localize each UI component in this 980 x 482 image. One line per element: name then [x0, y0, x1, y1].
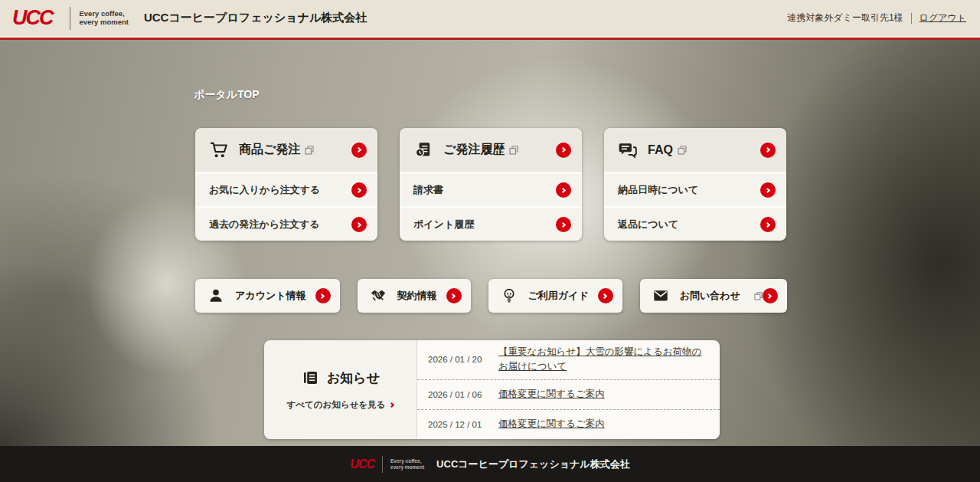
news-title: お知らせ: [327, 369, 380, 387]
ucc-logo: UCC: [12, 8, 60, 28]
account-area: 連携対象外ダミー取引先1様 ログアウト: [787, 11, 966, 25]
view-all-news-link[interactable]: すべてのお知らせを見る: [287, 399, 394, 411]
news-icon: [301, 369, 319, 387]
order-history-icon: [413, 140, 433, 160]
card-row-delivery-datetime[interactable]: 納品日時について: [604, 172, 786, 206]
card-row-order-from-favorites[interactable]: お気に入りから注文する: [195, 172, 377, 206]
top-header: UCC Every coffee, every moment UCCコーヒープロ…: [0, 0, 980, 36]
external-link-icon: [305, 146, 314, 155]
chevron-right-icon: [763, 288, 778, 303]
chevron-right-icon: [556, 217, 571, 232]
brand-tagline: Every coffee, every moment: [80, 10, 129, 27]
card-order-history: ご発注履歴 請求書 ポイント履歴: [400, 128, 582, 241]
cart-icon: [209, 140, 229, 160]
chevron-right-icon: [351, 182, 367, 198]
footer: UCC Every coffee, every moment UCCコーヒープロ…: [0, 446, 980, 482]
card-row-order-from-past[interactable]: 過去の発注から注文する: [195, 206, 377, 241]
contact-icon: [652, 287, 669, 304]
card-row-point-history[interactable]: ポイント履歴: [400, 206, 582, 241]
news-link[interactable]: 【重要なお知らせ】大雪の影響によるお荷物のお届けについて: [498, 345, 709, 375]
user-guide-button[interactable]: ご利用ガイド: [488, 279, 622, 313]
external-link-icon: [754, 292, 763, 300]
site-title: UCCコーヒープロフェッショナル株式会社: [144, 11, 367, 25]
brand-block: UCC Every coffee, every moment UCCコーヒープロ…: [12, 7, 367, 30]
chevron-right-icon: [351, 143, 367, 158]
chevron-right-icon: [351, 217, 367, 232]
news-list: 2026 / 01 / 20 【重要なお知らせ】大雪の影響によるお荷物のお届けに…: [417, 340, 720, 439]
card-head-order-history[interactable]: ご発注履歴: [400, 128, 582, 172]
news-item: 2026 / 01 / 20 【重要なお知らせ】大雪の影響によるお荷物のお届けに…: [417, 340, 720, 379]
account-icon: [207, 287, 224, 304]
news-date: 2025 / 12 / 01: [428, 420, 498, 429]
hero-photo: ポータルTOP 商品ご発注 お気に入りから注文する 過去の: [0, 40, 980, 446]
chevron-right-icon: [760, 143, 776, 158]
account-info-button[interactable]: アカウント情報: [195, 279, 340, 313]
chevron-right-icon: [446, 288, 462, 303]
card-head-product-order[interactable]: 商品ご発注: [195, 128, 377, 172]
chevron-right-icon: [389, 402, 394, 408]
news-link[interactable]: 価格変更に関するご案内: [498, 417, 605, 431]
main-card-grid: 商品ご発注 お気に入りから注文する 過去の発注から注文する: [195, 128, 786, 241]
footer-tagline: Every coffee, every moment: [390, 458, 424, 471]
external-link-icon: [678, 146, 687, 155]
faq-icon: [618, 140, 638, 160]
account-divider: [911, 13, 912, 24]
news-date: 2026 / 01 / 20: [428, 355, 498, 364]
card-faq: FAQ 納品日時について 返品について: [604, 128, 786, 241]
card-row-returns[interactable]: 返品について: [604, 206, 786, 241]
quick-link-row: アカウント情報 契約情報 ご利用ガイド お問い合わせ: [195, 279, 787, 313]
account-name: 連携対象外ダミー取引先1様: [787, 11, 903, 25]
news-panel: お知らせ すべてのお知らせを見る 2026 / 01 / 20 【重要なお知らせ…: [264, 340, 720, 439]
news-header-pane: お知らせ すべてのお知らせを見る: [264, 340, 417, 439]
contract-info-button[interactable]: 契約情報: [358, 279, 471, 313]
chevron-right-icon: [556, 143, 571, 158]
chevron-right-icon: [598, 288, 613, 303]
card-row-invoice[interactable]: 請求書: [400, 172, 582, 206]
external-link-icon: [509, 146, 518, 155]
chevron-right-icon: [760, 182, 776, 198]
news-date: 2026 / 01 / 06: [428, 390, 498, 399]
card-head-faq[interactable]: FAQ: [604, 128, 786, 172]
news-item: 2026 / 01 / 06 価格変更に関するご案内: [417, 379, 720, 409]
contact-button[interactable]: お問い合わせ: [640, 279, 787, 313]
brand-divider: [70, 7, 70, 30]
chevron-right-icon: [315, 288, 331, 303]
card-product-order: 商品ご発注 お気に入りから注文する 過去の発注から注文する: [195, 128, 377, 241]
news-link[interactable]: 価格変更に関するご案内: [498, 387, 605, 402]
contract-icon: [370, 287, 387, 304]
footer-ucc-logo: UCC: [350, 457, 374, 471]
footer-company-name: UCCコーヒープロフェッショナル株式会社: [436, 457, 630, 471]
news-item: 2025 / 12 / 01 価格変更に関するご案内: [417, 409, 720, 439]
breadcrumb: ポータルTOP: [194, 88, 260, 102]
guide-icon: [501, 287, 518, 304]
chevron-right-icon: [556, 182, 571, 198]
footer-divider: [382, 456, 383, 473]
logout-link[interactable]: ログアウト: [920, 11, 966, 25]
chevron-right-icon: [760, 217, 776, 232]
